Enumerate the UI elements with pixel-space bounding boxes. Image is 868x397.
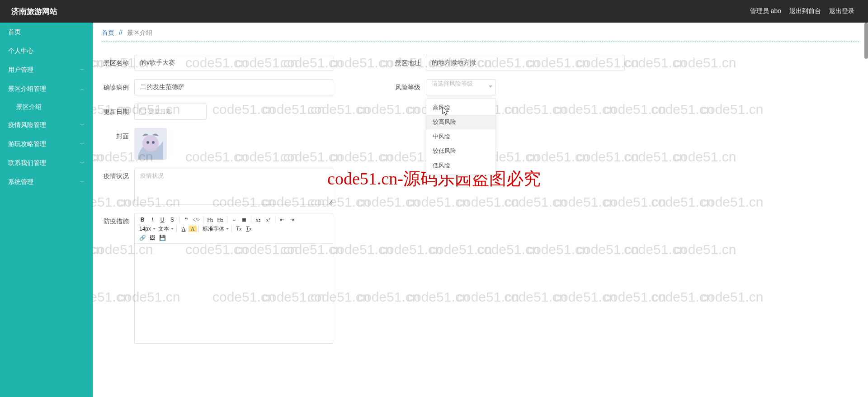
logout-link[interactable]: 退出登录: [829, 7, 854, 15]
outdent-icon[interactable]: ⇤: [277, 215, 287, 224]
svg-point-3: [152, 141, 155, 144]
toolbar-divider: [227, 216, 227, 223]
calendar-icon: [139, 109, 146, 115]
font-color-icon[interactable]: A: [179, 224, 189, 233]
form-col: 封面: [102, 128, 393, 160]
breadcrumb-separator: //: [116, 29, 125, 36]
toolbar-divider: [275, 216, 275, 223]
chevron-down-icon: ﹀: [80, 160, 85, 166]
toolbar-divider: [198, 225, 199, 232]
h2-icon[interactable]: H₂: [215, 215, 225, 224]
italic-icon[interactable]: I: [147, 215, 157, 224]
risk-option-lower[interactable]: 较低风险: [426, 144, 495, 158]
breadcrumb-home[interactable]: 首页: [102, 29, 114, 36]
font-size-select[interactable]: 14px: [137, 224, 156, 233]
to-front-link[interactable]: 退出到前台: [789, 7, 821, 15]
toolbar-divider: [203, 216, 203, 223]
sidebar-item-user-mgmt[interactable]: 用户管理 ﹀: [0, 61, 93, 80]
topbar-right: 管理员 abo 退出到前台 退出登录: [742, 7, 868, 15]
scenic-addr-label: 景区地址: [393, 55, 426, 71]
sidebar-item-label: 景区介绍: [16, 103, 42, 111]
save-icon[interactable]: 💾: [157, 233, 167, 242]
rich-editor: B I U S ❝ </> H₁ H₂ ≡ ≣ x₂ x²: [134, 213, 333, 344]
risk-option-low[interactable]: 低风险: [426, 158, 495, 173]
h1-icon[interactable]: H₁: [205, 215, 215, 224]
font-family-select[interactable]: 标准字体: [201, 224, 230, 233]
paragraph-select[interactable]: 文本: [156, 224, 175, 233]
editor-body[interactable]: [135, 244, 333, 343]
form-col: 风险等级 请选择风险等级 高风险 较高风险 中风险 较低风险 低风险: [393, 79, 628, 95]
vertical-scrollbar[interactable]: [864, 23, 868, 59]
ol-icon[interactable]: ≡: [229, 215, 239, 224]
code-icon[interactable]: </>: [191, 215, 201, 224]
risk-level-select-wrap: 请选择风险等级 高风险 较高风险 中风险 较低风险 低风险: [426, 79, 496, 95]
sub-icon[interactable]: x₂: [253, 215, 263, 224]
svg-point-1: [142, 135, 159, 151]
sidebar-item-label: 系统管理: [8, 178, 33, 186]
image-icon[interactable]: 🖼: [147, 233, 157, 242]
link-icon[interactable]: 🔗: [137, 233, 147, 242]
sidebar-subitem-scenic-intro[interactable]: 景区介绍: [8, 99, 93, 116]
sidebar-item-profile[interactable]: 个人中心: [0, 42, 93, 61]
risk-level-select[interactable]: 请选择风险等级: [426, 79, 496, 95]
scenic-name-input[interactable]: [134, 55, 333, 71]
situation-label: 疫情状况: [102, 168, 134, 184]
chevron-down-icon: ﹀: [80, 179, 85, 185]
ul-icon[interactable]: ≣: [239, 215, 249, 224]
eraser-icon[interactable]: Tx: [244, 224, 254, 233]
sidebar-item-contact-mgmt[interactable]: 联系我们管理 ﹀: [0, 154, 93, 173]
sidebar-item-label: 景区介绍管理: [8, 85, 46, 93]
sidebar-item-risk-mgmt[interactable]: 疫情风险管理 ﹀: [0, 116, 93, 135]
form-row: 景区名称 景区地址: [102, 55, 859, 71]
editor-toolbar: B I U S ❝ </> H₁ H₂ ≡ ≣ x₂ x²: [135, 213, 333, 244]
chevron-down-icon: ﹀: [80, 67, 85, 73]
quote-icon[interactable]: ❝: [181, 215, 191, 224]
chevron-up-icon: ︿: [80, 86, 85, 92]
confirmed-label: 确诊病例: [102, 79, 134, 95]
toolbar-divider: [251, 216, 251, 223]
form-col: 防疫措施 B I U S ❝ </> H₁ H₂ ≡ ≣: [102, 213, 393, 344]
risk-level-dropdown: 高风险 较高风险 中风险 较低风险 低风险: [426, 98, 496, 175]
chevron-down-icon: ﹀: [80, 141, 85, 147]
underline-icon[interactable]: U: [157, 215, 167, 224]
risk-option-higher[interactable]: 较高风险: [426, 115, 495, 129]
sidebar-item-label: 用户管理: [8, 66, 33, 74]
sidebar-item-label: 首页: [8, 28, 21, 36]
chevron-down-icon: ﹀: [80, 122, 85, 128]
measures-label: 防疫措施: [102, 213, 134, 229]
clear-format-icon[interactable]: Tx: [234, 224, 244, 233]
form-row: 确诊病例 风险等级 请选择风险等级 高风险 较高风险 中风险 较低风险 低风险: [102, 79, 859, 95]
situation-textarea[interactable]: [134, 168, 333, 205]
scenic-addr-input[interactable]: [426, 55, 625, 71]
risk-option-mid[interactable]: 中风险: [426, 129, 495, 144]
toolbar-divider: [231, 225, 232, 232]
update-date-placeholder: 更新日期: [148, 108, 172, 116]
sidebar-item-system-mgmt[interactable]: 系统管理 ﹀: [0, 173, 93, 192]
sidebar-item-home[interactable]: 首页: [0, 23, 93, 42]
sidebar-item-label: 游玩攻略管理: [8, 140, 46, 148]
main-content: 首页 // 景区介绍 景区名称 景区地址 确诊病例 风险等级 请选择风险等级 高…: [93, 23, 868, 397]
indent-icon[interactable]: ⇥: [287, 215, 297, 224]
update-date-input[interactable]: 更新日期: [134, 104, 207, 120]
svg-point-2: [146, 141, 149, 144]
sidebar-item-scenic-mgmt[interactable]: 景区介绍管理 ︿: [0, 80, 93, 99]
confirmed-input[interactable]: [134, 79, 333, 95]
sidebar: 首页 个人中心 用户管理 ﹀ 景区介绍管理 ︿ 景区介绍 疫情风险管理 ﹀ 游玩…: [0, 23, 93, 397]
breadcrumb-current: 景区介绍: [127, 29, 152, 36]
sidebar-item-label: 个人中心: [8, 47, 33, 55]
cover-thumbnail[interactable]: [134, 128, 167, 160]
strike-icon[interactable]: S: [167, 215, 177, 224]
sidebar-item-label: 联系我们管理: [8, 159, 46, 167]
toolbar-divider: [179, 216, 179, 223]
breadcrumb: 首页 // 景区介绍: [102, 27, 859, 42]
risk-option-high[interactable]: 高风险: [426, 100, 495, 115]
sidebar-item-strategy-mgmt[interactable]: 游玩攻略管理 ﹀: [0, 135, 93, 154]
sidebar-submenu: 景区介绍: [0, 99, 93, 116]
sup-icon[interactable]: x²: [263, 215, 273, 224]
update-date-label: 更新日期: [102, 104, 134, 120]
bg-color-icon[interactable]: A: [189, 226, 197, 232]
form-col: 更新日期 更新日期: [102, 104, 393, 120]
toolbar-divider: [176, 225, 177, 232]
admin-name[interactable]: 管理员 abo: [750, 7, 781, 15]
bold-icon[interactable]: B: [137, 215, 147, 224]
